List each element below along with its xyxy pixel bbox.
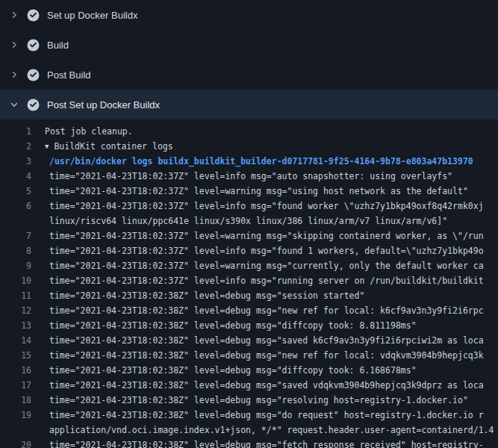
section-header[interactable]: Post Build (0, 60, 498, 90)
section-header[interactable]: Post Set up Docker Buildx (0, 90, 498, 119)
line-number[interactable]: 4 (0, 169, 31, 184)
line-number[interactable]: 20 (0, 438, 31, 448)
log-line: 9time="2021-04-23T18:02:37Z" level=warni… (0, 258, 498, 273)
line-number (0, 214, 31, 228)
line-number[interactable]: 17 (0, 378, 31, 393)
step-sections: Set up Docker BuildxBuildPost BuildPost … (0, 0, 498, 119)
log-text: time="2021-04-23T18:02:37Z" level=info m… (45, 273, 484, 288)
log-line: 4time="2021-04-23T18:02:37Z" level=info … (0, 169, 498, 184)
log-text: time="2021-04-23T18:02:37Z" level=warnin… (45, 228, 484, 243)
section-title: Build (47, 40, 69, 51)
chevron-right-icon (9, 40, 19, 50)
line-number[interactable]: 7 (0, 228, 31, 243)
log-line: 17time="2021-04-23T18:02:38Z" level=debu… (0, 378, 498, 393)
chevron-right-icon (9, 69, 19, 80)
log-line: 18time="2021-04-23T18:02:38Z" level=debu… (0, 393, 498, 408)
log-text: time="2021-04-23T18:02:38Z" level=debug … (45, 438, 484, 448)
log-line: 1Post job cleanup. (0, 124, 498, 139)
line-number[interactable]: 8 (0, 243, 31, 258)
line-number[interactable]: 6 (0, 199, 31, 214)
log-text: time="2021-04-23T18:02:38Z" level=debug … (45, 348, 484, 363)
line-number[interactable]: 18 (0, 393, 31, 408)
log-area: 1Post job cleanup.2▼BuildKit container l… (0, 119, 498, 448)
log-text: application/vnd.oci.image.index.v1+json,… (45, 423, 494, 438)
log-group-header[interactable]: 2▼BuildKit container logs (0, 139, 498, 154)
log-line: 15time="2021-04-23T18:02:38Z" level=debu… (0, 348, 498, 363)
log-text: time="2021-04-23T18:02:38Z" level=debug … (45, 288, 364, 303)
line-number[interactable]: 3 (0, 154, 31, 169)
line-number[interactable]: 12 (0, 303, 31, 318)
line-number[interactable]: 13 (0, 318, 31, 333)
chevron-down-icon (9, 99, 19, 110)
log-text: time="2021-04-23T18:02:38Z" level=debug … (45, 303, 484, 318)
command-text: /usr/bin/docker logs buildx_buildkit_bui… (45, 154, 473, 169)
log-line: 7time="2021-04-23T18:02:37Z" level=warni… (0, 228, 498, 243)
log-line: 11time="2021-04-23T18:02:38Z" level=debu… (0, 288, 498, 303)
workflow-log-panel: Set up Docker BuildxBuildPost BuildPost … (0, 0, 498, 448)
check-circle-icon (27, 39, 40, 52)
line-number (0, 423, 31, 438)
section-title: Post Set up Docker Buildx (47, 99, 160, 111)
line-number[interactable]: 11 (0, 288, 31, 303)
log-text: time="2021-04-23T18:02:38Z" level=debug … (45, 408, 484, 423)
log-text: time="2021-04-23T18:02:38Z" level=debug … (45, 318, 417, 333)
check-circle-icon (27, 99, 40, 111)
log-line: 8time="2021-04-23T18:02:37Z" level=info … (0, 243, 498, 258)
section-header[interactable]: Build (0, 30, 498, 60)
check-circle-icon (27, 69, 40, 81)
log-text: Post job cleanup. (45, 124, 133, 139)
log-line: 16time="2021-04-23T18:02:38Z" level=debu… (0, 363, 498, 378)
section-title: Set up Docker Buildx (47, 10, 137, 21)
log-line: 13time="2021-04-23T18:02:38Z" level=debu… (0, 318, 498, 333)
log-line: 10time="2021-04-23T18:02:37Z" level=info… (0, 273, 498, 288)
line-number[interactable]: 16 (0, 363, 31, 378)
log-line: 6time="2021-04-23T18:02:37Z" level=info … (0, 199, 498, 214)
log-line: 14time="2021-04-23T18:02:38Z" level=debu… (0, 333, 498, 348)
group-expand-icon[interactable]: ▼ (45, 139, 49, 154)
line-number[interactable]: 9 (0, 258, 31, 273)
log-text: time="2021-04-23T18:02:37Z" level=warnin… (45, 184, 468, 199)
log-line: 5time="2021-04-23T18:02:37Z" level=warni… (0, 184, 498, 199)
log-line: 3/usr/bin/docker logs buildx_buildkit_bu… (0, 154, 498, 169)
log-text: time="2021-04-23T18:02:38Z" level=debug … (45, 378, 484, 393)
log-text: time="2021-04-23T18:02:37Z" level=info m… (45, 169, 452, 184)
log-text: time="2021-04-23T18:02:38Z" level=debug … (45, 363, 417, 378)
log-line: 12time="2021-04-23T18:02:38Z" level=debu… (0, 303, 498, 318)
log-text: linux/riscv64 linux/ppc641e linux/s390x … (45, 214, 447, 228)
chevron-right-icon (9, 10, 19, 20)
line-number[interactable]: 19 (0, 408, 31, 423)
line-number[interactable]: 10 (0, 273, 31, 288)
log-text: time="2021-04-23T18:02:37Z" level=warnin… (45, 258, 484, 273)
log-text: time="2021-04-23T18:02:37Z" level=info m… (45, 243, 484, 258)
line-number[interactable]: 5 (0, 184, 31, 199)
section-title: Post Build (47, 69, 91, 81)
check-circle-icon (27, 9, 40, 22)
line-number[interactable]: 1 (0, 124, 31, 139)
log-line: 20time="2021-04-23T18:02:38Z" level=debu… (0, 438, 498, 448)
log-text: time="2021-04-23T18:02:38Z" level=debug … (45, 393, 468, 408)
log-line: 19time="2021-04-23T18:02:38Z" level=debu… (0, 408, 498, 423)
section-header[interactable]: Set up Docker Buildx (0, 0, 498, 30)
log-text: time="2021-04-23T18:02:38Z" level=debug … (45, 333, 484, 348)
log-line: linux/riscv64 linux/ppc641e linux/s390x … (0, 214, 498, 228)
line-number[interactable]: 15 (0, 348, 31, 363)
line-number[interactable]: 14 (0, 333, 31, 348)
line-number[interactable]: 2 (0, 139, 31, 154)
log-text: time="2021-04-23T18:02:37Z" level=info m… (45, 199, 484, 214)
log-text: BuildKit container logs (54, 139, 172, 154)
log-line: application/vnd.oci.image.index.v1+json,… (0, 423, 498, 438)
